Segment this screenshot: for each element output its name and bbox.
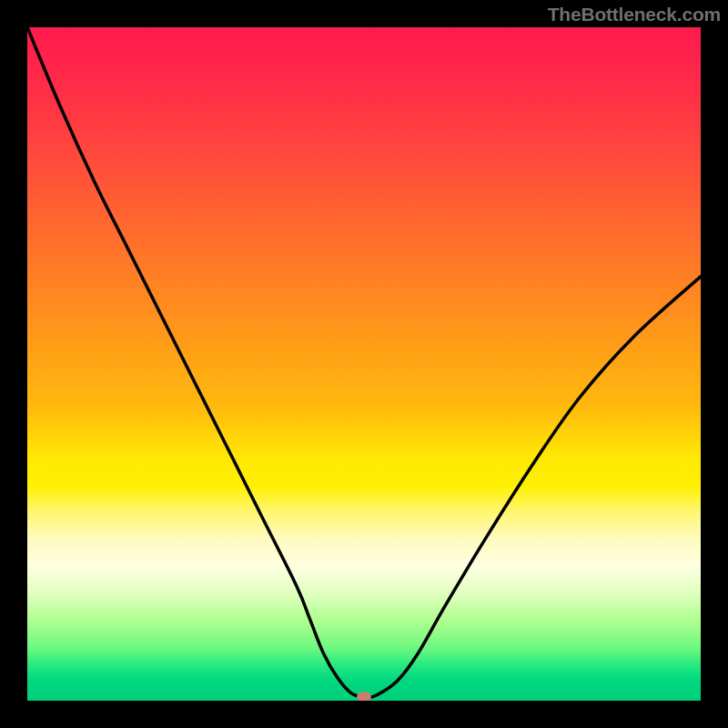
plot-area	[27, 27, 701, 701]
optimal-point-marker	[357, 692, 371, 701]
watermark-text: TheBottleneck.com	[548, 4, 721, 25]
bottleneck-curve	[27, 27, 701, 701]
chart-frame: TheBottleneck.com	[0, 0, 728, 728]
